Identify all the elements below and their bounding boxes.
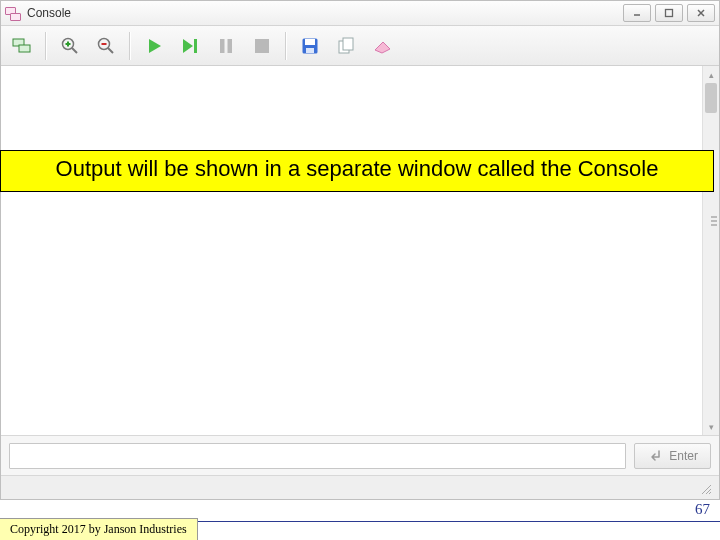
svg-rect-1 — [666, 10, 673, 17]
enter-button[interactable]: Enter — [634, 443, 711, 469]
status-bar — [1, 475, 719, 499]
scroll-down-arrow[interactable]: ▾ — [703, 418, 720, 435]
vertical-scrollbar[interactable]: ▴ ▾ — [702, 66, 719, 435]
command-input[interactable] — [9, 443, 626, 469]
svg-rect-21 — [306, 48, 314, 53]
annotation-text: Output will be shown in a separate windo… — [56, 156, 659, 181]
toolbar — [1, 26, 719, 66]
slide-page: Console — [0, 0, 720, 540]
svg-line-7 — [72, 48, 77, 53]
app-icon — [5, 5, 21, 21]
minimize-button[interactable] — [623, 4, 651, 22]
annotation-callout: Output will be shown in a separate windo… — [0, 150, 714, 192]
pause-icon[interactable] — [211, 31, 241, 61]
save-icon[interactable] — [295, 31, 325, 61]
erase-icon[interactable] — [367, 31, 397, 61]
svg-marker-13 — [149, 39, 161, 53]
output-panel — [1, 66, 702, 435]
svg-marker-24 — [375, 42, 390, 53]
slide-number: 67 — [695, 501, 710, 518]
svg-rect-16 — [220, 39, 225, 53]
svg-rect-18 — [255, 39, 269, 53]
copy-icon[interactable] — [331, 31, 361, 61]
maximize-button[interactable] — [655, 4, 683, 22]
svg-line-11 — [108, 48, 113, 53]
return-arrow-icon — [647, 449, 663, 463]
scroll-thumb[interactable] — [705, 83, 717, 113]
svg-rect-17 — [228, 39, 233, 53]
titlebar: Console — [1, 1, 719, 26]
panes-icon[interactable] — [7, 31, 37, 61]
stop-icon[interactable] — [247, 31, 277, 61]
close-button[interactable] — [687, 4, 715, 22]
resize-grip[interactable] — [699, 482, 711, 494]
svg-rect-5 — [19, 45, 30, 52]
svg-rect-23 — [343, 38, 353, 50]
splitter-grip[interactable] — [711, 216, 717, 236]
run-to-end-icon[interactable] — [175, 31, 205, 61]
zoom-in-icon[interactable] — [55, 31, 85, 61]
output-area: ▴ ▾ — [1, 66, 719, 435]
copyright-label: Copyright 2017 by Janson Industries — [0, 518, 198, 540]
scroll-up-arrow[interactable]: ▴ — [703, 66, 720, 83]
svg-rect-15 — [194, 39, 197, 53]
run-icon[interactable] — [139, 31, 169, 61]
command-row: Enter — [1, 435, 719, 475]
svg-marker-14 — [183, 39, 193, 53]
svg-rect-20 — [305, 39, 315, 45]
zoom-out-icon[interactable] — [91, 31, 121, 61]
console-window: Console — [0, 0, 720, 500]
enter-label: Enter — [669, 449, 698, 463]
window-title: Console — [27, 6, 71, 20]
